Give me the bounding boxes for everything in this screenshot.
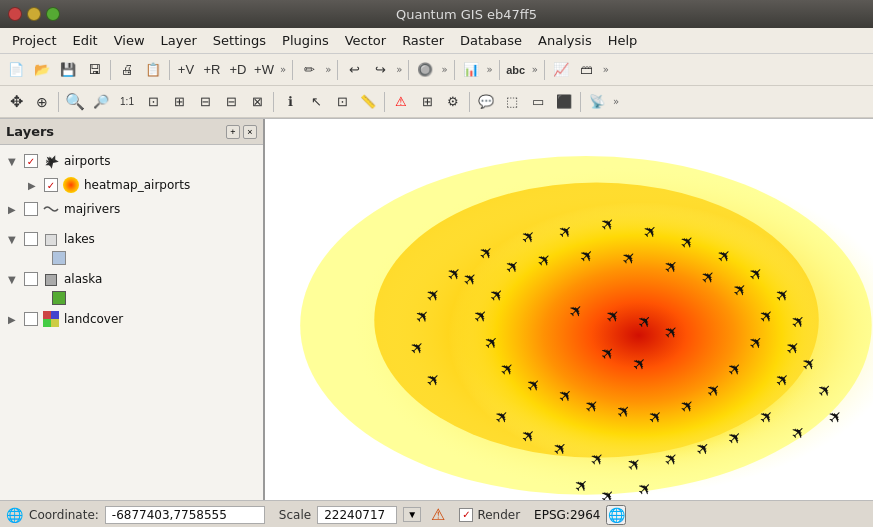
toolbar-more-5[interactable]: »	[485, 64, 495, 75]
tile-button[interactable]: ⊞	[415, 90, 439, 114]
expand-landcover-icon[interactable]: ▶	[8, 314, 22, 325]
menu-edit[interactable]: Edit	[64, 31, 105, 50]
scale-value[interactable]: 22240717	[317, 506, 397, 524]
expand-heatmap-icon[interactable]: ▶	[28, 180, 42, 191]
zoom-prev-button[interactable]: ⊟	[193, 90, 217, 114]
map-visualization: ✈ ✈ ✈ ✈ ✈ ✈ ✈ ✈ ✈ ✈ ✈ ✈ ✈ ✈ ✈ ✈ ✈ ✈ ✈ ✈ …	[265, 119, 873, 500]
menu-settings[interactable]: Settings	[205, 31, 274, 50]
help-button[interactable]: 🔘	[413, 58, 437, 82]
layers-close-button[interactable]: ×	[243, 125, 257, 139]
scale-dropdown-button[interactable]: ▼	[403, 507, 421, 522]
print-composer-button[interactable]: 📋	[141, 58, 165, 82]
annotation2-button[interactable]: ⬚	[500, 90, 524, 114]
toolbar-more-8[interactable]: »	[611, 96, 621, 107]
alaska-visibility-checkbox[interactable]	[24, 272, 38, 286]
maximize-button[interactable]	[46, 7, 60, 21]
zoom-full-button[interactable]: 1:1	[115, 90, 139, 114]
airports-visibility-checkbox[interactable]	[24, 154, 38, 168]
redo-button[interactable]: ↪	[368, 58, 392, 82]
crs-button[interactable]: 🌐	[606, 505, 626, 525]
annotation4-button[interactable]: ⬛	[552, 90, 576, 114]
alaska-color-swatch	[52, 291, 66, 305]
new-project-button[interactable]: 📄	[4, 58, 28, 82]
landcover-layer-icon	[42, 310, 60, 328]
render-checkbox[interactable]: ✓	[459, 508, 473, 522]
separator-13	[580, 92, 581, 112]
toolbar-more-7[interactable]: »	[601, 64, 611, 75]
measure-button[interactable]: 📏	[356, 90, 380, 114]
map-canvas[interactable]: ✈ ✈ ✈ ✈ ✈ ✈ ✈ ✈ ✈ ✈ ✈ ✈ ✈ ✈ ✈ ✈ ✈ ✈ ✈ ✈ …	[265, 119, 873, 500]
zoom-selection-button[interactable]: ⊡	[141, 90, 165, 114]
annotation3-button[interactable]: ▭	[526, 90, 550, 114]
zoom-layer-button[interactable]: ⊞	[167, 90, 191, 114]
menu-layer[interactable]: Layer	[153, 31, 205, 50]
settings2-button[interactable]: ⚙	[441, 90, 465, 114]
zoom-native-button[interactable]: ⊠	[245, 90, 269, 114]
zoom-in-button[interactable]: 🔍	[63, 90, 87, 114]
expand-majrivers-icon[interactable]: ▶	[8, 204, 22, 215]
layer-item-majrivers[interactable]: ▶ majrivers	[0, 197, 263, 221]
layers-add-button[interactable]: +	[226, 125, 240, 139]
open-project-button[interactable]: 📂	[30, 58, 54, 82]
gps-button[interactable]: 📡	[585, 90, 609, 114]
add-wms-layer-button[interactable]: +W	[252, 58, 276, 82]
layers-title: Layers	[6, 124, 54, 139]
save-as-button[interactable]: 🖫	[82, 58, 106, 82]
majrivers-visibility-checkbox[interactable]	[24, 202, 38, 216]
toolbar-more-2[interactable]: »	[323, 64, 333, 75]
heatmap-visibility-checkbox[interactable]	[44, 178, 58, 192]
svg-point-8	[406, 193, 829, 489]
zoom-next-button[interactable]: ⊟	[219, 90, 243, 114]
layer-item-lakes[interactable]: ▼ lakes	[0, 227, 263, 251]
menu-view[interactable]: View	[106, 31, 153, 50]
layer-item-heatmap[interactable]: ▶ heatmap_airports	[0, 173, 263, 197]
toolbar-more-4[interactable]: »	[439, 64, 449, 75]
annotation-button[interactable]: 💬	[474, 90, 498, 114]
chart-button[interactable]: 📊	[459, 58, 483, 82]
menu-vector[interactable]: Vector	[337, 31, 394, 50]
menu-raster[interactable]: Raster	[394, 31, 452, 50]
expand-alaska-icon[interactable]: ▼	[8, 274, 22, 285]
pan-button[interactable]: ✥	[4, 90, 28, 114]
digitize-button[interactable]: ✏	[297, 58, 321, 82]
layer-item-airports[interactable]: ▼ ✈ airports	[0, 149, 263, 173]
add-raster-layer-button[interactable]: +R	[200, 58, 224, 82]
layers-header: Layers + ×	[0, 119, 263, 145]
menu-project[interactable]: Project	[4, 31, 64, 50]
close-button[interactable]	[8, 7, 22, 21]
print-button[interactable]: 🖨	[115, 58, 139, 82]
stats-button[interactable]: 📈	[549, 58, 573, 82]
layer-error-button[interactable]: ⚠	[389, 90, 413, 114]
layer-item-landcover[interactable]: ▶ landcover	[0, 307, 263, 331]
epsg-label: EPSG:2964	[534, 508, 600, 522]
save-project-button[interactable]: 💾	[56, 58, 80, 82]
menu-analysis[interactable]: Analysis	[530, 31, 600, 50]
add-db-layer-button[interactable]: +D	[226, 58, 250, 82]
window-controls[interactable]	[8, 7, 60, 21]
toolbar-more-6[interactable]: »	[530, 64, 540, 75]
pan-map-button[interactable]: ⊕	[30, 90, 54, 114]
undo-button[interactable]: ↩	[342, 58, 366, 82]
toolbar-more-3[interactable]: »	[394, 64, 404, 75]
expand-lakes-icon[interactable]: ▼	[8, 234, 22, 245]
table-button[interactable]: 🗃	[575, 58, 599, 82]
layer-item-alaska[interactable]: ▼ alaska	[0, 267, 263, 291]
minimize-button[interactable]	[27, 7, 41, 21]
select-button[interactable]: ↖	[304, 90, 328, 114]
identify-button[interactable]: ℹ	[278, 90, 302, 114]
landcover-visibility-checkbox[interactable]	[24, 312, 38, 326]
layers-controls[interactable]: + ×	[226, 125, 257, 139]
menu-database[interactable]: Database	[452, 31, 530, 50]
menu-plugins[interactable]: Plugins	[274, 31, 337, 50]
label-button[interactable]: abc	[504, 58, 528, 82]
menu-help[interactable]: Help	[600, 31, 646, 50]
toolbar-more-1[interactable]: »	[278, 64, 288, 75]
deselect-button[interactable]: ⊡	[330, 90, 354, 114]
separator-2	[169, 60, 170, 80]
lakes-visibility-checkbox[interactable]	[24, 232, 38, 246]
add-vector-layer-button[interactable]: +V	[174, 58, 198, 82]
main-area: Layers + × ▼ ✈ airports ▶	[0, 119, 873, 500]
expand-airports-icon[interactable]: ▼	[8, 156, 22, 167]
coordinate-value[interactable]: -6877403,7758555	[105, 506, 265, 524]
zoom-out-button[interactable]: 🔎	[89, 90, 113, 114]
